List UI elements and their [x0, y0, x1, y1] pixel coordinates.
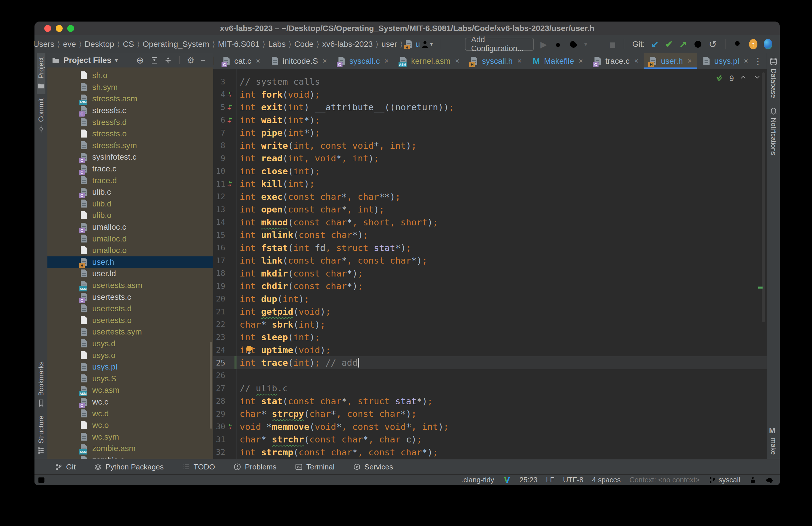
- code-line-3[interactable]: 3// system calls: [213, 75, 767, 88]
- resolve-context[interactable]: Context: <no context>: [629, 476, 700, 484]
- tab-cat-c[interactable]: Ccat.c×: [217, 53, 265, 69]
- tool-window-button-python-packages[interactable]: Python Packages: [94, 463, 163, 471]
- search-everywhere-icon[interactable]: [734, 40, 743, 49]
- code-line-14[interactable]: 14int mknod(const char*, short, short);: [213, 216, 767, 229]
- stripe-item-commit[interactable]: Commit: [37, 94, 45, 137]
- tree-item-ulib-d[interactable]: ulib.d: [47, 198, 213, 210]
- code-line-31[interactable]: 31char* strchr(const char*, char c);: [213, 433, 767, 446]
- stripe-item-notifications[interactable]: Notifications: [769, 102, 778, 159]
- code-line-18[interactable]: 18int mkdir(const char*);: [213, 267, 767, 280]
- git-update-icon[interactable]: ↙: [651, 39, 659, 50]
- code-line-21[interactable]: 21int getpid(void);: [213, 305, 767, 318]
- tool-window-button-problems[interactable]: Problems: [233, 463, 276, 471]
- tree-item-usertests-asm[interactable]: ASMusertests.asm: [47, 280, 213, 291]
- code-line-22[interactable]: 22char* sbrk(int);: [213, 318, 767, 331]
- gutter-change-marker-icon[interactable]: [225, 180, 234, 187]
- code-line-5[interactable]: 5int exit(int) __attribute__((noreturn))…: [213, 101, 767, 114]
- tab-close-icon[interactable]: ×: [634, 57, 638, 65]
- tree-item-trace-c[interactable]: Ctrace.c: [47, 163, 213, 175]
- tree-item-umalloc-c[interactable]: Cumalloc.c: [47, 221, 213, 233]
- code-line-23[interactable]: 23int sleep(int);: [213, 331, 767, 344]
- build-hammer-icon[interactable]: [449, 40, 459, 49]
- tree-item-trace-d[interactable]: trace.d: [47, 175, 213, 186]
- tab-close-icon[interactable]: ×: [687, 57, 692, 65]
- minimize-window-button[interactable]: [56, 25, 63, 32]
- cloud-settings-icon[interactable]: [766, 476, 773, 484]
- tree-item-stressfs-d[interactable]: stressfs.d: [47, 116, 213, 128]
- tab-close-icon[interactable]: ×: [455, 57, 460, 65]
- tab-close-icon[interactable]: ×: [744, 57, 748, 65]
- run-with-coverage-icon[interactable]: [569, 40, 578, 49]
- tab-usys-pl[interactable]: usys.pl×: [697, 53, 753, 69]
- code-line-24[interactable]: 24int uptime(void);: [213, 344, 767, 357]
- tree-item-usertests-d[interactable]: usertests.d: [47, 303, 213, 315]
- add-configuration-button[interactable]: Add Configuration...: [465, 37, 534, 51]
- debug-bug-icon[interactable]: [553, 40, 563, 49]
- more-run-options-caret-icon[interactable]: ▾: [584, 41, 587, 48]
- git-commit-check-icon[interactable]: ✔: [665, 39, 673, 50]
- gutter-change-marker-icon[interactable]: [225, 116, 234, 124]
- breadcrumb-item[interactable]: Desktop: [82, 40, 117, 49]
- indent-style[interactable]: 4 spaces: [592, 476, 621, 484]
- tree-item-usys-S[interactable]: usys.S: [47, 373, 213, 385]
- profiler-icon[interactable]: [594, 40, 603, 49]
- next-problem-icon[interactable]: [753, 73, 762, 84]
- tree-item-sh-o[interactable]: sh.o: [47, 70, 213, 81]
- locate-file-icon[interactable]: ⊕: [136, 56, 145, 65]
- stripe-item-bookmarks[interactable]: Bookmarks: [37, 358, 45, 411]
- tree-item-sh-sym[interactable]: sh.sym: [47, 81, 213, 93]
- stripe-item-structure[interactable]: Structure: [37, 411, 45, 459]
- code-line-28[interactable]: 28int stat(const char*, struct stat*);: [213, 395, 767, 408]
- clang-tidy-status[interactable]: .clang-tidy: [462, 476, 494, 484]
- tree-item-wc-c[interactable]: Cwc.c: [47, 396, 213, 408]
- tree-item-umalloc-o[interactable]: umalloc.o: [47, 245, 213, 256]
- tab-close-icon[interactable]: ×: [579, 57, 583, 65]
- tree-item-usertests-o[interactable]: usertests.o: [47, 314, 213, 326]
- code-line-8[interactable]: 8int write(int, const void*, int);: [213, 139, 767, 152]
- gutter-change-marker-icon[interactable]: [225, 103, 234, 111]
- tab-Makefile[interactable]: MMakefile×: [527, 53, 588, 69]
- tool-window-button-terminal[interactable]: Terminal: [295, 463, 334, 471]
- tree-item-wc-o[interactable]: wc.o: [47, 420, 213, 431]
- tool-window-button-services[interactable]: Services: [353, 463, 393, 471]
- code-line-15[interactable]: 15int unlink(const char*);: [213, 228, 767, 241]
- gutter-change-marker-icon[interactable]: [225, 91, 234, 98]
- code-line-10[interactable]: 10int close(int);: [213, 165, 767, 178]
- tree-item-zombie-asm[interactable]: ASMzombie.asm: [47, 443, 213, 454]
- code-line-4[interactable]: 4int fork(void);: [213, 88, 767, 101]
- tree-item-user-ld[interactable]: user.ld: [47, 268, 213, 280]
- collapse-all-icon[interactable]: [164, 56, 172, 65]
- code-editor[interactable]: 3// system calls4int fork(void);5int exi…: [213, 69, 767, 459]
- code-line-30[interactable]: 30void *memmove(void*, const void*, int)…: [213, 420, 767, 433]
- tree-item-usertests-sym[interactable]: usertests.sym: [47, 326, 213, 338]
- tree-scrollbar[interactable]: [210, 342, 212, 429]
- chevron-down-icon[interactable]: ▾: [115, 57, 118, 64]
- breadcrumb-current-file[interactable]: Huser.h: [403, 39, 420, 49]
- tool-window-button-todo[interactable]: TODO: [182, 463, 215, 471]
- tree-item-ulib-c[interactable]: Culib.c: [47, 186, 213, 198]
- tab-trace-c[interactable]: Ctrace.c×: [588, 53, 643, 69]
- tree-item-user-h[interactable]: Huser.h: [47, 256, 213, 268]
- breadcrumb-item[interactable]: CS: [120, 40, 137, 49]
- rollback-icon[interactable]: ↺: [709, 39, 717, 50]
- editor-scrollbar[interactable]: [762, 72, 765, 322]
- tree-item-ulib-o[interactable]: ulib.o: [47, 210, 213, 221]
- tab-syscall-h[interactable]: Hsyscall.h×: [465, 53, 527, 69]
- git-branch-widget[interactable]: syscall: [708, 476, 740, 484]
- code-line-11[interactable]: 11int kill(int);: [213, 178, 767, 190]
- tree-item-zombie-c[interactable]: Czombie.c: [47, 454, 213, 459]
- breadcrumb-item[interactable]: eve: [60, 40, 79, 49]
- expand-all-icon[interactable]: [150, 56, 159, 65]
- line-separator[interactable]: LF: [546, 476, 554, 484]
- ai-sphere-icon[interactable]: [764, 39, 772, 49]
- tab-close-icon[interactable]: ×: [323, 57, 327, 65]
- run-icon[interactable]: ▶: [540, 39, 547, 49]
- code-line-12[interactable]: 12int exec(const char*, char**);: [213, 190, 767, 203]
- hide-panel-icon[interactable]: −: [201, 56, 209, 65]
- code-line-32[interactable]: 32int strcmp(const char*, const char*);: [213, 446, 767, 459]
- breadcrumb-item[interactable]: Code: [291, 40, 316, 49]
- tool-window-button-git[interactable]: Git: [55, 463, 75, 471]
- tab-options-kebab-icon[interactable]: ⋮: [753, 56, 763, 66]
- close-window-button[interactable]: [44, 25, 51, 32]
- file-encoding[interactable]: UTF-8: [563, 476, 583, 484]
